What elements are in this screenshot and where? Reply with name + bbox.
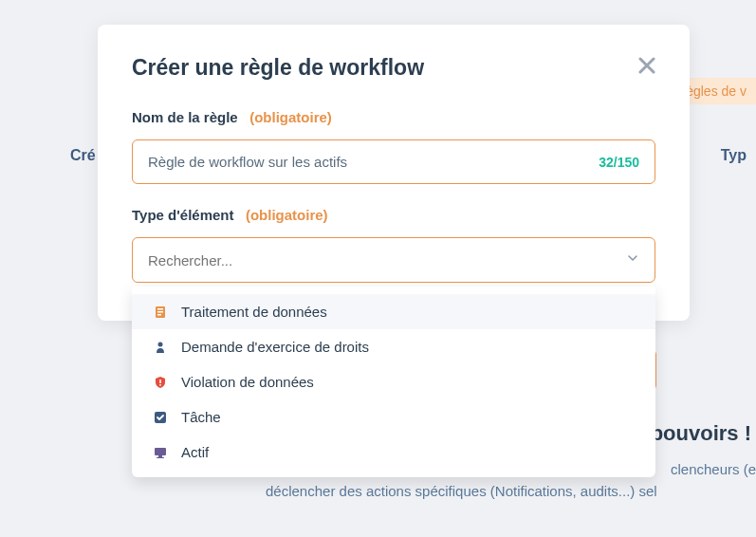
element-type-group: Type d'élément (obligatoire) (132, 207, 655, 283)
dropdown-item-label: Demande d'exercice de droits (181, 339, 369, 355)
background-hero-title: pouvoirs ! (651, 421, 751, 446)
rule-name-label: Nom de la règle (132, 109, 238, 125)
svg-rect-1 (157, 308, 163, 310)
svg-rect-5 (159, 380, 161, 383)
dropdown-item-task[interactable]: Tâche (132, 399, 655, 435)
element-type-required-tag: (obligatoire) (246, 207, 328, 223)
close-button[interactable] (638, 55, 655, 78)
element-type-search-input[interactable] (148, 252, 626, 268)
task-icon (153, 410, 168, 425)
breach-shield-icon (153, 375, 168, 390)
element-type-label: Type d'élément (132, 207, 233, 223)
svg-point-4 (158, 342, 163, 346)
rights-request-icon (153, 340, 168, 355)
rule-name-char-count: 32/150 (599, 155, 639, 170)
dropdown-item-label: Violation de données (181, 374, 314, 390)
modal-header: Créer une règle de workflow (132, 55, 655, 81)
dropdown-item-label: Actif (181, 444, 209, 460)
close-icon (638, 53, 655, 79)
dropdown-item-asset[interactable]: Actif (132, 435, 655, 470)
create-workflow-rule-modal: Créer une règle de workflow Nom de la rè… (98, 25, 690, 321)
element-type-label-row: Type d'élément (obligatoire) (132, 207, 655, 224)
svg-rect-2 (157, 311, 163, 313)
svg-rect-6 (159, 384, 161, 386)
background-text-left: Cré (70, 147, 96, 164)
rule-name-required-tag: (obligatoire) (249, 109, 332, 125)
svg-rect-10 (157, 457, 164, 458)
element-type-dropdown: Traitement de données Demande d'exercice… (132, 287, 655, 477)
data-processing-icon (153, 305, 168, 320)
rule-name-input-wrapper[interactable]: 32/150 (132, 139, 655, 184)
asset-icon (153, 445, 168, 460)
svg-rect-3 (157, 314, 161, 316)
modal-title: Créer une règle de workflow (132, 55, 424, 81)
dropdown-item-data-processing[interactable]: Traitement de données (132, 294, 655, 329)
svg-rect-8 (155, 448, 166, 455)
rule-name-group: Nom de la règle (obligatoire) 32/150 (132, 109, 655, 184)
dropdown-item-label: Traitement de données (181, 304, 327, 320)
element-type-select[interactable] (132, 237, 655, 283)
dropdown-item-breach[interactable]: Violation de données (132, 364, 655, 399)
background-text-right: Typ (721, 147, 747, 164)
chevron-down-icon (626, 251, 639, 268)
dropdown-item-rights-request[interactable]: Demande d'exercice de droits (132, 329, 655, 364)
rule-name-label-row: Nom de la règle (obligatoire) (132, 109, 655, 126)
dropdown-item-label: Tâche (181, 409, 221, 425)
svg-rect-9 (158, 455, 162, 457)
rule-name-input[interactable] (148, 154, 599, 170)
